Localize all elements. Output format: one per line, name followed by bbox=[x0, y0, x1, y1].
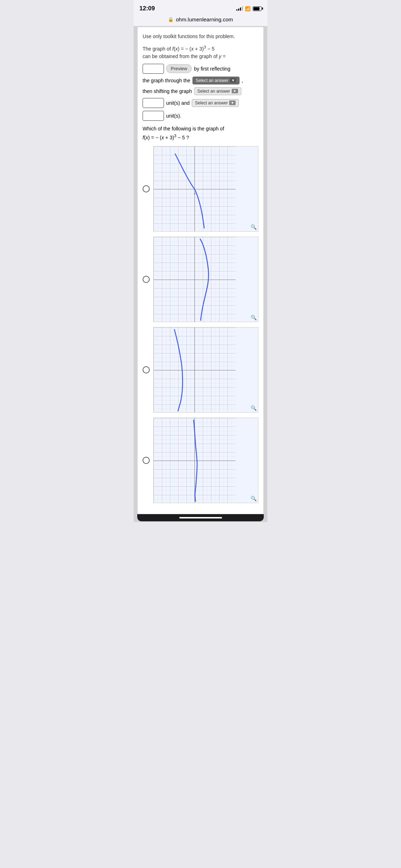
by-first-text: by first reflecting bbox=[194, 66, 230, 72]
status-icons: 📶 bbox=[236, 6, 262, 11]
units-row2: unit(s). bbox=[143, 111, 258, 121]
magnify-3[interactable]: 🔍 bbox=[251, 405, 257, 411]
graph-option-2: 🔍 bbox=[143, 237, 258, 322]
graph-through-text: the graph through the bbox=[143, 78, 190, 83]
graph-2[interactable]: 🔍 bbox=[153, 237, 258, 322]
home-indicator bbox=[179, 517, 222, 518]
preview-row: Preview by first reflecting bbox=[143, 64, 258, 74]
graph-1[interactable]: 0 bbox=[153, 146, 258, 232]
preview-button[interactable]: Preview bbox=[166, 64, 192, 73]
wifi-icon: 📶 bbox=[245, 6, 251, 11]
graph-option-1: 0 bbox=[143, 146, 258, 232]
status-bar: 12:09 📶 bbox=[134, 0, 267, 14]
radio-4[interactable] bbox=[143, 457, 150, 464]
y-input[interactable] bbox=[143, 64, 164, 74]
graph-option-3: 🔍 bbox=[143, 327, 258, 413]
svg-text:0: 0 bbox=[194, 192, 196, 195]
select2-row: then shifting the graph Select an answer… bbox=[143, 87, 258, 95]
magnify-1[interactable]: 🔍 bbox=[251, 224, 257, 230]
dropdown-arrow-2: ▼ bbox=[232, 89, 238, 93]
then-shifting-text: then shifting the graph bbox=[143, 88, 192, 94]
status-time: 12:09 bbox=[139, 5, 155, 12]
radio-2[interactable] bbox=[143, 276, 150, 283]
instruction-text: Use only toolkit functions for this prob… bbox=[143, 33, 258, 40]
select-answer-1[interactable]: Select an answer ▼ bbox=[192, 77, 240, 84]
units-input-2[interactable] bbox=[143, 111, 164, 121]
content-card: Use only toolkit functions for this prob… bbox=[137, 27, 264, 514]
graph-4[interactable]: 🔍 bbox=[153, 418, 258, 503]
equation-block: The graph of f(x) = − (x + 3)3 − 5 can b… bbox=[143, 44, 258, 60]
graph-option-4: 🔍 bbox=[143, 418, 258, 503]
unit-s-text: unit(s). bbox=[166, 113, 181, 119]
signal-icon bbox=[236, 6, 243, 11]
lock-icon: 🔒 bbox=[168, 17, 174, 22]
question-text: Which of the following is the graph of f… bbox=[143, 125, 258, 141]
domain-text: ohm.lumenlearning.com bbox=[176, 16, 233, 22]
equation-line2: can be obtained from the graph of y = bbox=[143, 53, 258, 60]
battery-icon bbox=[253, 6, 262, 11]
address-bar: 🔒 ohm.lumenlearning.com bbox=[134, 14, 267, 26]
magnify-4[interactable]: 🔍 bbox=[251, 496, 257, 501]
select1-row: the graph through the Select an answer ▼… bbox=[143, 77, 258, 84]
dropdown-arrow-3: ▼ bbox=[229, 100, 236, 105]
magnify-2[interactable]: 🔍 bbox=[251, 315, 257, 320]
dropdown-arrow-1: ▼ bbox=[230, 78, 236, 83]
bottom-bar bbox=[137, 514, 264, 521]
graph-3[interactable]: 🔍 bbox=[153, 327, 258, 413]
units-row: unit(s) and Select an answer ▼ bbox=[143, 98, 258, 108]
select-answer-2[interactable]: Select an answer ▼ bbox=[194, 87, 241, 95]
units-input-1[interactable] bbox=[143, 98, 164, 108]
unit-and-text: unit(s) and bbox=[166, 100, 190, 106]
select-answer-3[interactable]: Select an answer ▼ bbox=[192, 99, 239, 107]
radio-1[interactable] bbox=[143, 185, 150, 192]
equation-line1: The graph of f(x) = − (x + 3)3 − 5 bbox=[143, 44, 258, 53]
radio-3[interactable] bbox=[143, 366, 150, 373]
